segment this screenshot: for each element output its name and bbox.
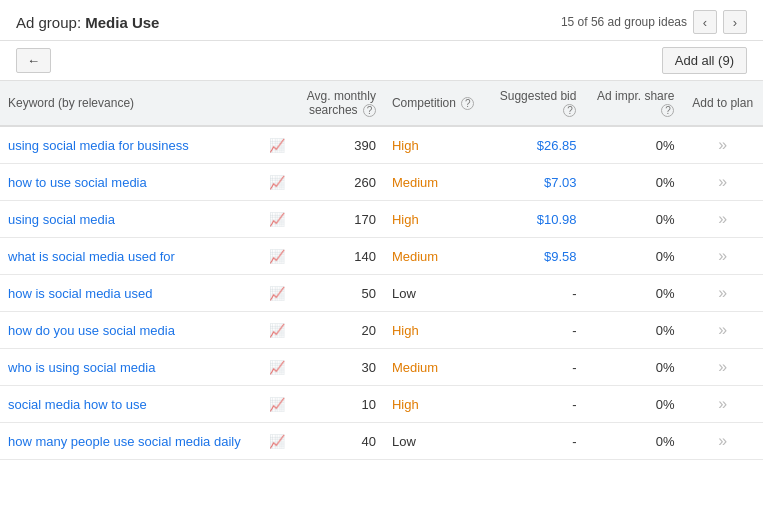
bid-cell: - bbox=[487, 386, 584, 423]
competition-cell: Medium bbox=[384, 349, 487, 386]
prev-button[interactable]: ‹ bbox=[693, 10, 717, 34]
searches-cell: 10 bbox=[295, 386, 384, 423]
competition-value: High bbox=[392, 323, 419, 338]
searches-help-icon[interactable]: ? bbox=[363, 104, 376, 117]
bid-cell: $26.85 bbox=[487, 126, 584, 164]
ad-group-label: Ad group: bbox=[16, 14, 81, 31]
ad-impr-cell: 0% bbox=[584, 275, 682, 312]
keyword-link[interactable]: social media how to use bbox=[8, 397, 147, 412]
competition-cell: High bbox=[384, 201, 487, 238]
table-row: how do you use social media📈20High-0%» bbox=[0, 312, 763, 349]
bid-cell: - bbox=[487, 423, 584, 460]
col-adimpr: Ad impr. share? bbox=[584, 81, 682, 126]
trend-icon[interactable]: 📈 bbox=[269, 434, 285, 449]
pagination-text: 15 of 56 ad group ideas bbox=[561, 15, 687, 29]
col-addtoplan: Add to plan bbox=[682, 81, 763, 126]
competition-help-icon[interactable]: ? bbox=[461, 97, 474, 110]
competition-cell: Medium bbox=[384, 238, 487, 275]
trend-icon-cell: 📈 bbox=[261, 275, 295, 312]
add-all-button[interactable]: Add all (9) bbox=[662, 47, 747, 74]
keyword-cell: using social media for business bbox=[0, 126, 261, 164]
add-to-plan-button[interactable]: » bbox=[718, 284, 727, 301]
searches-cell: 20 bbox=[295, 312, 384, 349]
keyword-cell: how do you use social media bbox=[0, 312, 261, 349]
trend-icon-cell: 📈 bbox=[261, 201, 295, 238]
ad-group-title: Ad group: Media Use bbox=[16, 14, 159, 31]
table-row: who is using social media📈30Medium-0%» bbox=[0, 349, 763, 386]
ad-impr-cell: 0% bbox=[584, 201, 682, 238]
keyword-link[interactable]: using social media for business bbox=[8, 138, 189, 153]
add-to-plan-cell: » bbox=[682, 386, 763, 423]
competition-cell: Low bbox=[384, 275, 487, 312]
trend-icon[interactable]: 📈 bbox=[269, 249, 285, 264]
page-header: Ad group: Media Use 15 of 56 ad group id… bbox=[0, 0, 763, 41]
ad-impr-cell: 0% bbox=[584, 126, 682, 164]
add-to-plan-button[interactable]: » bbox=[718, 210, 727, 227]
keyword-link[interactable]: how many people use social media daily bbox=[8, 434, 241, 449]
trend-icon-cell: 📈 bbox=[261, 238, 295, 275]
sub-header: ← Add all (9) bbox=[0, 41, 763, 81]
table-header-row: Keyword (by relevance) Avg. monthlysearc… bbox=[0, 81, 763, 126]
trend-icon[interactable]: 📈 bbox=[269, 397, 285, 412]
searches-cell: 40 bbox=[295, 423, 384, 460]
competition-cell: High bbox=[384, 386, 487, 423]
add-to-plan-button[interactable]: » bbox=[718, 395, 727, 412]
next-button[interactable]: › bbox=[723, 10, 747, 34]
competition-cell: High bbox=[384, 126, 487, 164]
back-button[interactable]: ← bbox=[16, 48, 51, 73]
keyword-cell: social media how to use bbox=[0, 386, 261, 423]
pagination-area: 15 of 56 ad group ideas ‹ › bbox=[561, 10, 747, 34]
competition-value: Low bbox=[392, 286, 416, 301]
competition-value: High bbox=[392, 397, 419, 412]
add-to-plan-cell: » bbox=[682, 312, 763, 349]
ad-impr-cell: 0% bbox=[584, 423, 682, 460]
bid-help-icon[interactable]: ? bbox=[563, 104, 576, 117]
trend-icon[interactable]: 📈 bbox=[269, 212, 285, 227]
trend-icon[interactable]: 📈 bbox=[269, 138, 285, 153]
keyword-link[interactable]: using social media bbox=[8, 212, 115, 227]
adimpr-help-icon[interactable]: ? bbox=[661, 104, 674, 117]
keyword-cell: how many people use social media daily bbox=[0, 423, 261, 460]
bid-cell: - bbox=[487, 312, 584, 349]
competition-value: Low bbox=[392, 434, 416, 449]
add-to-plan-button[interactable]: » bbox=[718, 321, 727, 338]
ad-impr-cell: 0% bbox=[584, 349, 682, 386]
keyword-link[interactable]: how do you use social media bbox=[8, 323, 175, 338]
add-to-plan-button[interactable]: » bbox=[718, 247, 727, 264]
add-to-plan-cell: » bbox=[682, 349, 763, 386]
keyword-link[interactable]: what is social media used for bbox=[8, 249, 175, 264]
trend-icon[interactable]: 📈 bbox=[269, 323, 285, 338]
add-to-plan-button[interactable]: » bbox=[718, 432, 727, 449]
table-row: social media how to use📈10High-0%» bbox=[0, 386, 763, 423]
trend-icon-cell: 📈 bbox=[261, 386, 295, 423]
table-row: how is social media used📈50Low-0%» bbox=[0, 275, 763, 312]
trend-icon[interactable]: 📈 bbox=[269, 360, 285, 375]
table-row: how many people use social media daily📈4… bbox=[0, 423, 763, 460]
trend-icon[interactable]: 📈 bbox=[269, 175, 285, 190]
keyword-cell: how to use social media bbox=[0, 164, 261, 201]
keywords-table: Keyword (by relevance) Avg. monthlysearc… bbox=[0, 81, 763, 460]
table-row: using social media📈170High$10.980%» bbox=[0, 201, 763, 238]
table-row: what is social media used for📈140Medium$… bbox=[0, 238, 763, 275]
add-to-plan-cell: » bbox=[682, 238, 763, 275]
col-trend bbox=[261, 81, 295, 126]
trend-icon-cell: 📈 bbox=[261, 349, 295, 386]
keyword-cell: using social media bbox=[0, 201, 261, 238]
col-competition: Competition ? bbox=[384, 81, 487, 126]
keyword-link[interactable]: how to use social media bbox=[8, 175, 147, 190]
searches-cell: 260 bbox=[295, 164, 384, 201]
competition-value: High bbox=[392, 138, 419, 153]
add-to-plan-button[interactable]: » bbox=[718, 136, 727, 153]
bid-value: $7.03 bbox=[544, 175, 577, 190]
add-to-plan-button[interactable]: » bbox=[718, 173, 727, 190]
keyword-link[interactable]: who is using social media bbox=[8, 360, 155, 375]
col-searches: Avg. monthlysearches ? bbox=[295, 81, 384, 126]
add-to-plan-button[interactable]: » bbox=[718, 358, 727, 375]
competition-value: Medium bbox=[392, 360, 438, 375]
bid-value: $10.98 bbox=[537, 212, 577, 227]
competition-cell: Low bbox=[384, 423, 487, 460]
keyword-cell: how is social media used bbox=[0, 275, 261, 312]
trend-icon[interactable]: 📈 bbox=[269, 286, 285, 301]
keyword-link[interactable]: how is social media used bbox=[8, 286, 153, 301]
table-row: how to use social media📈260Medium$7.030%… bbox=[0, 164, 763, 201]
